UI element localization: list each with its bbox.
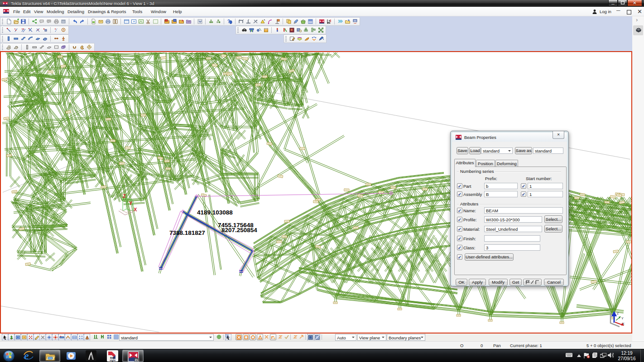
svg-text:8207.250854: 8207.250854 [221,227,257,233]
svg-text:4189.103088: 4189.103088 [197,209,233,216]
svg-text:Y: Y [621,317,624,320]
svg-text:7388.181827: 7388.181827 [169,229,205,236]
svg-text:sight: sight [110,359,115,362]
svg-text:21: 21 [135,358,139,362]
svg-text:Z: Z [617,312,619,315]
svg-text:Z: Z [123,193,126,199]
svg-text:Y: Y [129,200,133,206]
svg-text:X: X [134,207,137,212]
svg-text:X: X [622,322,625,325]
